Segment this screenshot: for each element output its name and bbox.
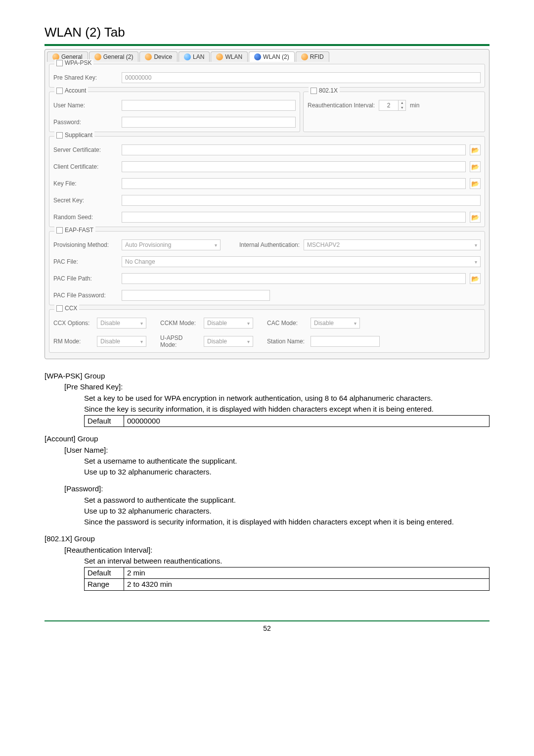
- folder-icon[interactable]: 📂: [470, 161, 481, 172]
- tab-general2[interactable]: General (2): [89, 51, 139, 62]
- clientcert-label: Client Certificate:: [53, 163, 118, 170]
- tab-dot-icon: [94, 53, 101, 60]
- group-8021x: 802.1X Reauthentication Interval: 2 ▲▼ m…: [303, 92, 485, 132]
- group-ccx: CCX CCX Options: Disable CCKM Mode: Disa…: [49, 309, 485, 353]
- station-label: Station Name:: [267, 338, 307, 345]
- username-input[interactable]: [122, 100, 296, 111]
- tab-dot-icon: [216, 53, 223, 60]
- group-title-supplicant[interactable]: Supplicant: [54, 132, 94, 139]
- checkbox-icon[interactable]: [56, 227, 63, 234]
- folder-icon[interactable]: 📂: [470, 212, 481, 223]
- servercert-label: Server Certificate:: [53, 146, 118, 153]
- doc-pass-p2: Use up to 32 alphanumeric characters.: [84, 506, 490, 516]
- servercert-input[interactable]: [122, 144, 466, 155]
- rm-select[interactable]: Disable: [97, 336, 146, 347]
- cckm-select[interactable]: Disable: [204, 318, 253, 329]
- doc-user-p2: Use up to 32 alphanumeric characters.: [84, 467, 490, 477]
- doc-reauth-table: Default2 min Range2 to 4320 min: [84, 567, 490, 591]
- username-label: User Name:: [53, 102, 118, 109]
- checkbox-icon[interactable]: [56, 305, 63, 312]
- keyfile-input[interactable]: [122, 178, 466, 189]
- doc-section: [WPA-PSK] Group [Pre Shared Key]: Set a …: [44, 371, 490, 591]
- tab-device[interactable]: Device: [139, 51, 178, 62]
- uapsd-label: U-APSD Mode:: [160, 334, 200, 348]
- spinner-down-icon[interactable]: ▼: [399, 105, 405, 110]
- cckm-label: CCKM Mode:: [160, 320, 200, 327]
- doc-psk-p1: Set a key to be used for WPA encryption …: [84, 393, 490, 403]
- uapsd-select[interactable]: Disable: [204, 336, 253, 347]
- doc-psk-p2: Since the key is security information, i…: [84, 404, 490, 414]
- cac-label: CAC Mode:: [267, 320, 307, 327]
- tab-dot-icon: [145, 53, 152, 60]
- doc-pass-p3: Since the password is security informati…: [84, 517, 490, 527]
- tab-panel: General General (2) Device LAN WLAN WLAN…: [44, 49, 490, 359]
- doc-pass-heading: [Password]:: [64, 484, 490, 494]
- group-title-8021x[interactable]: 802.1X: [309, 87, 340, 94]
- password-label: Password:: [53, 119, 118, 126]
- reauth-label: Reauthentication Interval:: [308, 102, 375, 109]
- group-wpapsk: WPA-PSK Pre Shared Key: 00000000: [49, 64, 485, 88]
- tab-wlan[interactable]: WLAN: [211, 51, 248, 62]
- group-title-account[interactable]: Account: [54, 87, 88, 94]
- doc-pass-p1: Set a password to authenticate the suppl…: [84, 495, 490, 505]
- keyfile-label: Key File:: [53, 180, 118, 187]
- doc-reauth-heading: [Reauthentication Interval]:: [64, 545, 490, 555]
- secretkey-label: Secret Key:: [53, 197, 118, 204]
- group-title-ccx[interactable]: CCX: [54, 305, 79, 312]
- checkbox-icon[interactable]: [56, 60, 63, 66]
- password-input[interactable]: [122, 117, 296, 128]
- tab-wlan2[interactable]: WLAN (2): [249, 51, 295, 62]
- psk-input[interactable]: 00000000: [122, 72, 481, 83]
- group-title-eapfast[interactable]: EAP-FAST: [54, 227, 95, 234]
- secretkey-input[interactable]: [122, 195, 481, 206]
- doc-user-heading: [User Name]:: [64, 445, 490, 455]
- title-rule: [44, 44, 490, 46]
- reauth-value[interactable]: 2: [379, 100, 399, 111]
- doc-user-p1: Set a username to authenticate the suppl…: [84, 456, 490, 466]
- folder-icon[interactable]: 📂: [470, 144, 481, 155]
- tab-rfid[interactable]: RFID: [296, 51, 329, 62]
- psk-label: Pre Shared Key:: [53, 74, 118, 81]
- folder-icon[interactable]: 📂: [470, 273, 481, 284]
- pacpw-label: PAC File Password:: [53, 292, 118, 299]
- intauth-select[interactable]: MSCHAPV2: [304, 239, 481, 250]
- provmethod-label: Provisioning Method:: [53, 241, 118, 248]
- doc-wpapsk-group: [WPA-PSK] Group: [44, 371, 490, 381]
- page-number: 52: [44, 624, 490, 632]
- footer-rule: [44, 620, 490, 621]
- doc-account-group: [Account] Group: [44, 434, 490, 444]
- group-title-wpapsk[interactable]: WPA-PSK: [54, 59, 93, 66]
- station-input[interactable]: [311, 336, 380, 347]
- doc-8021x-group: [802.1X] Group: [44, 534, 490, 544]
- reauth-unit: min: [410, 102, 419, 109]
- doc-psk-table: Default00000000: [84, 415, 490, 427]
- pacpath-label: PAC File Path:: [53, 275, 118, 282]
- provmethod-select[interactable]: Auto Provisioning: [122, 239, 221, 250]
- tab-lan[interactable]: LAN: [178, 51, 210, 62]
- pacpath-input[interactable]: [122, 273, 466, 284]
- randomseed-label: Random Seed:: [53, 214, 118, 221]
- group-supplicant: Supplicant Server Certificate: 📂 Client …: [49, 136, 485, 227]
- group-account: Account User Name: Password:: [49, 92, 300, 132]
- checkbox-icon[interactable]: [56, 132, 63, 139]
- intauth-label: Internal Authentication:: [239, 241, 300, 248]
- pacfile-select[interactable]: No Change: [122, 256, 481, 267]
- tab-bar: General General (2) Device LAN WLAN WLAN…: [47, 51, 487, 62]
- pacfile-label: PAC File:: [53, 258, 118, 265]
- clientcert-input[interactable]: [122, 161, 466, 172]
- spinner-up-icon[interactable]: ▲: [399, 100, 405, 105]
- doc-psk-heading: [Pre Shared Key]:: [64, 382, 490, 392]
- folder-icon[interactable]: 📂: [470, 178, 481, 189]
- tab-dot-icon: [301, 53, 308, 60]
- reauth-spinner[interactable]: 2 ▲▼: [379, 100, 406, 111]
- tab-dot-icon: [184, 53, 191, 60]
- cac-select[interactable]: Disable: [311, 318, 360, 329]
- ccxopts-select[interactable]: Disable: [97, 318, 146, 329]
- checkbox-icon[interactable]: [311, 88, 317, 94]
- checkbox-icon[interactable]: [56, 88, 63, 94]
- page-title: WLAN (2) Tab: [44, 25, 490, 40]
- pacpw-input[interactable]: [122, 290, 270, 301]
- randomseed-input[interactable]: [122, 212, 466, 223]
- ccxopts-label: CCX Options:: [53, 320, 93, 327]
- tab-dot-icon: [254, 53, 261, 60]
